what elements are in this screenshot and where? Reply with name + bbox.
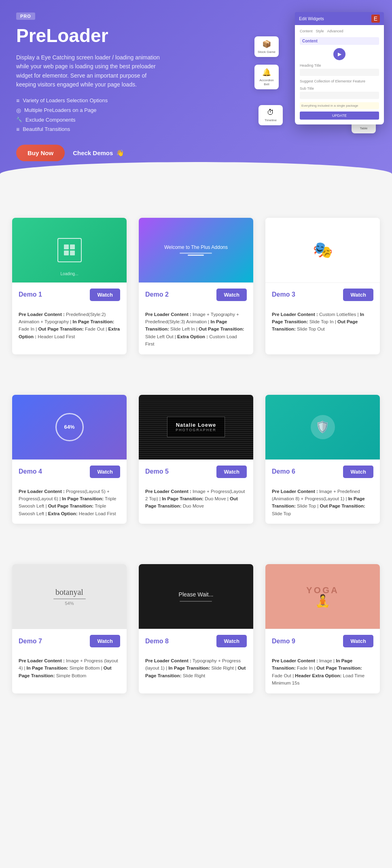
tab-style: Style	[316, 29, 324, 33]
demo-6-label: Demo 6	[272, 468, 295, 475]
mockup-panel: Edit Widgets E Content Style Advanced Co…	[295, 12, 384, 124]
demo-5-label: Demo 5	[145, 468, 169, 475]
mockup-field-heading: Heading Title	[300, 63, 379, 76]
floating-icon-timeline: ⏱ Timeline	[259, 105, 283, 125]
demo-card-1: Loading... Demo 1 Watch Pre Loader Conte…	[12, 218, 127, 354]
demo-thumb-7: botanyal 54%	[12, 564, 127, 629]
feature-3: Exclude Components	[16, 117, 186, 123]
demo-thumb-2: Welcome to The Plus Addons	[139, 218, 253, 282]
demo-9-description: Pre Loader Content : Image | In Page Tra…	[265, 653, 380, 693]
thumb-8-bar	[180, 601, 212, 602]
mockup-header-title: Edit Widgets	[299, 16, 324, 21]
spacer-2	[0, 371, 392, 395]
thumb-7-pct: 54%	[53, 601, 86, 606]
hero-buttons: Buy Now Check Demos	[16, 145, 186, 161]
mockup-tabs: Content Style Advanced	[300, 29, 379, 33]
thumb-1-label: Loading...	[61, 272, 78, 276]
card-7-footer: Demo 7 Watch	[12, 629, 127, 653]
demo-3-description: Pre Loader Content : Custom Lottiefiles …	[265, 307, 380, 339]
tab-advanced: Advanced	[327, 29, 343, 33]
demo-7-watch-button[interactable]: Watch	[90, 635, 120, 647]
demos-section-3: botanyal 54% Demo 7 Watch Pre Loader Con…	[0, 564, 392, 710]
demo-2-label: Demo 2	[145, 291, 169, 298]
cards-grid-1: Loading... Demo 1 Watch Pre Loader Conte…	[12, 218, 380, 354]
card-3-footer: Demo 3 Watch	[265, 282, 380, 307]
thumb-9-content: YOGA 🧘	[306, 585, 339, 608]
thumb-2-text: Welcome to The Plus Addons	[164, 244, 228, 250]
demo-4-label: Demo 4	[19, 468, 42, 475]
demo-2-description: Pre Loader Content : Image + Typography …	[139, 307, 253, 354]
demos-section-2: 64% Demo 4 Watch Pre Loader Content : Pr…	[0, 395, 392, 540]
demo-card-6: 🛡️ Demo 6 Watch Pre Loader Content : Ima…	[265, 395, 380, 524]
thumb-2-bar2	[188, 255, 204, 256]
hero-title: PreLoader	[16, 25, 186, 46]
card-2-footer: Demo 2 Watch	[139, 282, 253, 307]
card-9-footer: Demo 9 Watch	[265, 629, 380, 653]
elementor-icon: E	[371, 15, 380, 23]
demo-3-watch-button[interactable]: Watch	[343, 289, 373, 301]
demo-7-description: Pre Loader Content : Image + Progress (l…	[12, 653, 127, 686]
demo-8-watch-button[interactable]: Watch	[216, 635, 247, 647]
demo-8-description: Pre Loader Content : Typography + Progre…	[139, 653, 253, 686]
mockup-label-suggest: Suggest Collection of Elementor Feature	[300, 79, 379, 83]
thumb-7-bar	[53, 598, 86, 599]
demo-thumb-4: 64%	[12, 395, 127, 459]
thumb-2-bar	[180, 253, 212, 254]
mockup-note: Everything included in a single package	[300, 102, 379, 109]
demo-card-9: YOGA 🧘 Demo 9 Watch Pre Loader Content :…	[265, 564, 380, 693]
demo-card-4: 64% Demo 4 Watch Pre Loader Content : Pr…	[12, 395, 127, 524]
pro-badge: PRO	[16, 13, 35, 20]
hero-description: Display a Eye Catching screen loader / l…	[16, 53, 166, 89]
thumb-4-progress: 64%	[55, 413, 84, 441]
demo-4-watch-button[interactable]: Watch	[90, 466, 120, 478]
mockup-content-label: Content	[300, 37, 379, 45]
demo-5-description: Pre Loader Content : Image + Progress(La…	[139, 484, 253, 516]
mockup-label-heading: Heading Title	[300, 63, 379, 67]
check-demos-button[interactable]: Check Demos	[73, 149, 124, 157]
demo-card-5: Natalie Loewe PHOTOGRAPHER Demo 5 Watch …	[139, 395, 253, 524]
mockup-play-button: ▶	[333, 48, 345, 60]
thumb-5-name: Natalie Loewe	[176, 422, 216, 428]
demo-thumb-5: Natalie Loewe PHOTOGRAPHER	[139, 395, 253, 459]
demo-9-watch-button[interactable]: Watch	[343, 635, 373, 647]
tab-content: Content	[300, 29, 313, 33]
mockup-input-subtitle	[300, 92, 379, 99]
card-6-footer: Demo 6 Watch	[265, 459, 380, 484]
demo-thumb-8: Please Wait...	[139, 564, 253, 629]
cards-grid-2: 64% Demo 4 Watch Pre Loader Content : Pr…	[12, 395, 380, 524]
mockup-update-btn: UPDATE	[300, 112, 379, 120]
demo-thumb-6: 🛡️	[265, 395, 380, 459]
cards-grid-3: botanyal 54% Demo 7 Watch Pre Loader Con…	[12, 564, 380, 693]
card-8-footer: Demo 8 Watch	[139, 629, 253, 653]
spacer-1	[0, 194, 392, 218]
feature-1: Variety of Loaders Selection Options	[16, 97, 186, 104]
mockup-header: Edit Widgets E	[295, 12, 384, 25]
card-1-footer: Demo 1 Watch	[12, 282, 127, 307]
demo-thumb-1: Loading...	[12, 218, 127, 282]
thumb-9-figure: 🧘	[306, 594, 339, 608]
demo-1-watch-button[interactable]: Watch	[90, 289, 120, 301]
demo-thumb-3: 🎭	[265, 218, 380, 282]
demo-1-label: Demo 1	[19, 291, 42, 298]
mockup-field-subtitle: Sub Title	[300, 86, 379, 99]
demo-1-description: Pre Loader Content : Predefined(Style:2)…	[12, 307, 127, 347]
demo-6-watch-button[interactable]: Watch	[343, 466, 373, 478]
mockup-field-suggest: Suggest Collection of Elementor Feature	[300, 79, 379, 83]
thumb-8-text: Please Wait...	[179, 591, 214, 598]
thumb-5-content: Natalie Loewe PHOTOGRAPHER	[167, 417, 225, 437]
buy-now-button[interactable]: Buy Now	[16, 145, 65, 161]
demo-3-label: Demo 3	[272, 291, 295, 298]
thumb-6-icon: 🛡️	[311, 415, 335, 439]
demo-5-watch-button[interactable]: Watch	[216, 466, 247, 478]
demo-card-8: Please Wait... Demo 8 Watch Pre Loader C…	[139, 564, 253, 693]
card-5-footer: Demo 5 Watch	[139, 459, 253, 484]
demo-card-3: 🎭 Demo 3 Watch Pre Loader Content : Cust…	[265, 218, 380, 354]
thumb-5-sub: PHOTOGRAPHER	[176, 428, 216, 432]
hero-section: PRO PreLoader Display a Eye Catching scr…	[0, 0, 392, 194]
hero-mockup: 📦 Stock Game 🔔 Accordion Bell ⏱ Timeline…	[254, 12, 376, 150]
feature-2: Multiple PreLoaders on a Page	[16, 107, 186, 114]
card-4-footer: Demo 4 Watch	[12, 459, 127, 484]
demo-2-watch-button[interactable]: Watch	[216, 289, 247, 301]
demo-6-description: Pre Loader Content : Image + Predefined …	[265, 484, 380, 524]
thumb-1-icon	[57, 238, 82, 262]
